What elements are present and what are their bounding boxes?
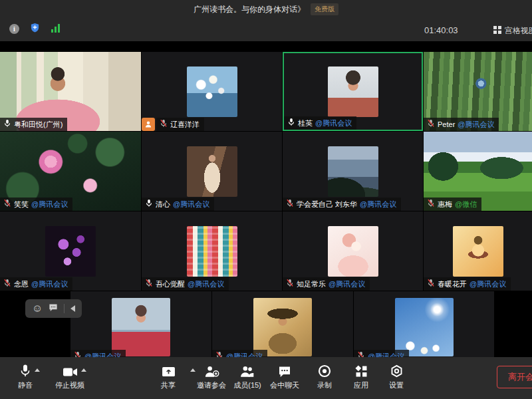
participant-label-row: 吾心觉醒@腾讯会议 xyxy=(142,277,229,291)
mic-muted-icon xyxy=(145,278,153,290)
participant-avatar xyxy=(453,226,503,277)
participant-avatar xyxy=(328,226,378,277)
participant-name-label: @腾讯会议 xyxy=(70,350,126,357)
share-options-caret-icon[interactable] xyxy=(190,368,196,372)
collapse-left-icon[interactable] xyxy=(70,305,75,312)
meeting-chat-button[interactable]: 会中聊天 xyxy=(270,363,299,390)
apps-icon xyxy=(355,363,368,378)
mute-label: 静音 xyxy=(18,380,33,390)
participant-name-label: 清心@腾讯会议 xyxy=(142,198,214,211)
participant-tile[interactable]: @腾讯会议 xyxy=(212,291,353,357)
participant-platform-suffix: @腾讯会议 xyxy=(360,200,396,209)
participant-name-label: 笑笑@腾讯会议 xyxy=(0,198,72,211)
invite-button[interactable]: 邀请参会 xyxy=(197,363,226,390)
participant-tile[interactable]: 学会爱自己 刘东华@腾讯会议 xyxy=(283,132,423,211)
settings-button[interactable]: 设置 xyxy=(389,363,404,390)
participant-name-label: @腾讯会议 xyxy=(212,350,267,357)
chat-bubble-icon[interactable] xyxy=(49,303,58,315)
participant-platform-suffix: @腾讯会议 xyxy=(226,352,263,358)
mic-on-icon xyxy=(145,198,153,210)
participant-name-label: 春暖花开@腾讯会议 xyxy=(424,277,511,291)
mic-muted-icon xyxy=(427,118,435,130)
participant-platform-suffix: @腾讯会议 xyxy=(84,352,121,358)
participant-name-label: Peter@腾讯会议 xyxy=(424,118,499,131)
participant-name-label: 辽喜洋洋 xyxy=(156,118,204,131)
header-bar: 广州读书会。与你的身体对话》 免费版 i 01:40:03 宫格视图 xyxy=(0,0,532,41)
mic-muted-icon xyxy=(286,278,294,290)
settings-label: 设置 xyxy=(389,380,404,390)
chat-label: 会中聊天 xyxy=(270,380,299,390)
participant-platform-suffix: @腾讯会议 xyxy=(188,279,224,289)
participant-platform-suffix: @微信 xyxy=(455,200,477,209)
divider xyxy=(64,304,65,313)
participant-label-row: 清心@腾讯会议 xyxy=(142,198,214,211)
video-options-caret-icon[interactable] xyxy=(81,368,86,372)
participant-name-label: 粤和田悦(广州) xyxy=(0,118,67,131)
participant-name-label: @腾讯会议 xyxy=(354,350,409,357)
participant-name: 粤和田悦(广州) xyxy=(14,120,63,130)
participant-name-label: 学会爱自己 刘东华@腾讯会议 xyxy=(283,198,401,211)
security-shield-icon[interactable] xyxy=(30,23,40,35)
share-label: 共享 xyxy=(161,380,176,390)
participant-label-row: 粤和田悦(广州) xyxy=(0,118,67,131)
invite-person-icon xyxy=(204,363,219,378)
view-mode-toggle[interactable]: 宫格视图 xyxy=(493,25,532,37)
apps-label: 应用 xyxy=(354,380,368,390)
participant-tile[interactable]: 笑笑@腾讯会议 xyxy=(0,132,141,211)
participant-tile[interactable]: @腾讯会议 xyxy=(70,291,211,357)
mic-muted-icon xyxy=(3,278,11,290)
participant-tile[interactable]: 粤和田悦(广州) xyxy=(0,52,141,131)
participant-avatar xyxy=(253,298,312,356)
leave-meeting-button[interactable]: 离开会议 xyxy=(497,366,532,388)
participant-name: 桂英 xyxy=(298,118,313,128)
meeting-window: 广州读书会。与你的身体对话》 免费版 i 01:40:03 宫格视图 粤和田悦(… xyxy=(0,0,532,399)
share-screen-icon xyxy=(162,363,176,378)
participant-name-label: 惠梅@微信 xyxy=(424,198,481,211)
participant-platform-suffix: @腾讯会议 xyxy=(458,120,494,130)
members-button[interactable]: 成员(15) xyxy=(233,363,261,390)
participant-tile[interactable]: Peter@腾讯会议 xyxy=(424,52,532,131)
participant-platform-suffix: @腾讯会议 xyxy=(173,200,209,209)
participant-tile[interactable]: 念恩@腾讯会议 xyxy=(0,211,141,291)
share-screen-button[interactable]: 共享 xyxy=(161,363,176,390)
mic-on-icon xyxy=(287,117,295,129)
participant-label-row: 笑笑@腾讯会议 xyxy=(0,198,72,211)
mic-muted-icon xyxy=(215,350,223,357)
participant-tile[interactable]: 清心@腾讯会议 xyxy=(142,132,282,211)
mic-muted-icon xyxy=(160,118,168,130)
participant-label-row: 惠梅@微信 xyxy=(424,198,481,211)
participant-name: 吾心觉醒 xyxy=(156,279,185,289)
participant-tile[interactable]: 春暖花开@腾讯会议 xyxy=(424,211,532,291)
mic-muted-icon xyxy=(286,198,294,210)
emoji-reaction-icon[interactable]: ☺ xyxy=(32,303,43,314)
participant-avatar xyxy=(328,66,378,117)
participant-label-row: @腾讯会议 xyxy=(354,350,409,357)
participant-avatar xyxy=(187,66,237,117)
participant-platform-suffix: @腾讯会议 xyxy=(31,279,68,289)
participant-avatar xyxy=(45,226,96,277)
participant-tile[interactable]: 知足常乐@腾讯会议 xyxy=(283,211,423,291)
participant-tile[interactable]: @腾讯会议 xyxy=(354,291,494,357)
participant-label-row: @腾讯会议 xyxy=(212,350,267,357)
mic-muted-icon xyxy=(357,350,365,357)
chat-icon xyxy=(278,363,291,378)
participant-label-row: @腾讯会议 xyxy=(70,350,126,357)
participant-avatar xyxy=(328,146,378,197)
invite-label: 邀请参会 xyxy=(197,380,226,390)
participant-tile[interactable]: 惠梅@微信 xyxy=(424,132,532,211)
info-icon[interactable]: i xyxy=(9,24,19,34)
mic-muted-icon xyxy=(427,278,435,290)
participant-tile[interactable]: 辽喜洋洋 xyxy=(142,52,282,131)
participant-tile[interactable]: 桂英@腾讯会议 xyxy=(283,52,423,131)
participant-name-label: 吾心觉醒@腾讯会议 xyxy=(142,277,229,291)
participant-name: Peter xyxy=(438,120,455,128)
settings-icon xyxy=(390,363,403,378)
apps-button[interactable]: 应用 xyxy=(354,363,368,390)
participant-tile[interactable]: 吾心觉醒@腾讯会议 xyxy=(142,211,282,291)
title-row: 广州读书会。与你的身体对话》 免费版 xyxy=(0,0,532,19)
mute-button[interactable]: 静音 xyxy=(18,363,33,390)
record-button[interactable]: 录制 xyxy=(317,363,332,390)
mute-options-caret-icon[interactable] xyxy=(35,368,40,372)
stop-video-button[interactable]: 停止视频 xyxy=(55,363,84,390)
participant-name: 笑笑 xyxy=(14,200,29,209)
